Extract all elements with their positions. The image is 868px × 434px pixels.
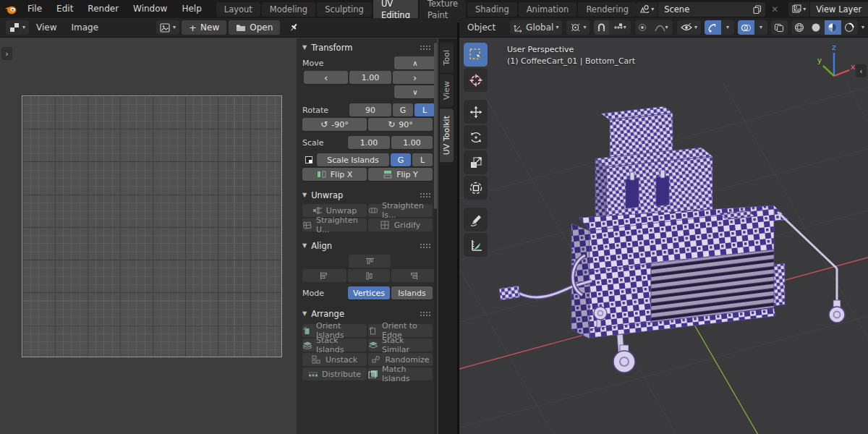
align-center-button[interactable] [348, 269, 390, 282]
gridify-button[interactable]: Gridify [368, 218, 433, 231]
npanel-scrollbar[interactable] [434, 41, 437, 434]
rotate-local-toggle[interactable]: L [414, 103, 435, 116]
shading-rendered-button[interactable] [841, 20, 858, 35]
move-left-button[interactable]: ‹ [304, 71, 348, 84]
scene-copy-icon[interactable] [749, 5, 765, 14]
shading-solid-button[interactable] [808, 20, 825, 35]
tool-annotate[interactable] [464, 208, 488, 231]
flip-y-button[interactable]: Flip Y [368, 168, 433, 181]
open-image-button[interactable]: Open [229, 20, 280, 35]
uv-toolbar-expand-icon[interactable]: › [1, 47, 12, 60]
view-layer-selector[interactable]: ▾ View Layer [788, 2, 868, 17]
panel-transform-header[interactable]: ▼ Transform [302, 40, 433, 55]
object-visibility-dropdown[interactable]: ▾ [677, 20, 701, 35]
scale-islands-button[interactable]: Scale Islands [317, 153, 389, 166]
overlays-dropdown[interactable]: ▾ [754, 20, 767, 35]
blender-logo-icon[interactable] [4, 4, 17, 15]
scale-x-field[interactable]: 1.00 [348, 136, 390, 149]
panel-drag-handle[interactable] [420, 192, 431, 197]
stack-islands-button[interactable]: Stack Islands [302, 339, 367, 352]
tool-select-box[interactable] [464, 43, 488, 67]
editor-type-button[interactable]: ▾ [6, 20, 29, 35]
scale-islands-global-toggle[interactable]: G [391, 153, 411, 166]
view-layer-name[interactable]: View Layer [810, 4, 868, 14]
image-browse-button[interactable]: ▾ [156, 20, 179, 35]
rotate-ccw-button[interactable]: ↺ -90° [302, 118, 367, 131]
unstack-button[interactable]: Unstack [302, 353, 367, 366]
uv-canvas[interactable]: › [0, 38, 297, 434]
show-overlays-toggle[interactable] [738, 20, 754, 35]
scene-selector[interactable]: ▾ Scene [637, 2, 765, 17]
snap-target-dropdown[interactable]: ▾ [609, 20, 631, 35]
npanel-tab-tool[interactable]: Tool [440, 43, 454, 72]
object-menu[interactable]: Object [463, 19, 500, 37]
proportional-edit-toggle[interactable] [635, 20, 650, 35]
straighten-uvs-button[interactable]: Straighten U... [302, 218, 367, 231]
npanel-tab-uv-toolkit[interactable]: UV Toolkit [440, 109, 454, 162]
move-distance-field[interactable]: 1.00 [349, 71, 391, 84]
scale-islands-local-toggle[interactable]: L [412, 153, 433, 166]
panel-drag-handle[interactable] [420, 45, 431, 50]
tab-layout[interactable]: Layout [216, 2, 260, 17]
tool-move[interactable] [464, 100, 488, 124]
gizmos-dropdown[interactable]: ▾ [721, 20, 734, 35]
tool-transform[interactable] [464, 176, 488, 200]
scene-icon[interactable]: ▾ [637, 2, 658, 17]
move-down-button[interactable]: ∨ [394, 85, 436, 98]
distribute-button[interactable]: Distribute [302, 367, 367, 380]
transform-orientation-dropdown[interactable]: Global ▾ [510, 20, 562, 35]
align-right-button[interactable] [391, 269, 435, 282]
menu-window[interactable]: Window [126, 0, 174, 18]
proportional-falloff-dropdown[interactable]: ▾ [650, 20, 673, 35]
tool-measure[interactable] [464, 233, 488, 257]
uv-menu-image[interactable]: Image [64, 19, 106, 37]
panel-drag-handle[interactable] [420, 311, 431, 316]
new-image-button[interactable]: + New [182, 20, 226, 35]
match-islands-button[interactable]: Match Islands [368, 367, 433, 380]
uv-menu-view[interactable]: View [29, 19, 64, 37]
scale-y-field[interactable]: 1.00 [391, 136, 433, 149]
view-layer-icon[interactable]: ▾ [788, 2, 810, 17]
scene-unlink-icon[interactable]: ✕ [767, 4, 783, 14]
scale-islands-icon[interactable] [302, 153, 315, 166]
tab-shading[interactable]: Shading [467, 2, 517, 17]
menu-file[interactable]: File [20, 0, 49, 18]
rotate-cw-button[interactable]: ↻ 90° [368, 118, 433, 131]
tab-modeling[interactable]: Modeling [262, 2, 315, 17]
panel-drag-handle[interactable] [420, 243, 431, 248]
menu-render[interactable]: Render [80, 0, 126, 18]
xray-toggle[interactable] [771, 20, 788, 35]
shading-dropdown[interactable]: ▾ [861, 25, 864, 30]
pivot-point-dropdown[interactable]: ▾ [566, 20, 590, 35]
panel-unwrap-header[interactable]: ▼ Unwrap [302, 187, 433, 203]
align-middle-button[interactable] [349, 255, 391, 268]
viewport-canvas[interactable]: User Perspective (1) CoffeeCart_01 | Bot… [459, 38, 868, 434]
rotate-angle-field[interactable]: 90 [349, 103, 391, 116]
shading-material-button[interactable] [825, 20, 841, 35]
align-left-button[interactable] [302, 269, 346, 282]
panel-arrange-header[interactable]: ▼ Arrange [302, 306, 433, 321]
shading-wireframe-button[interactable] [791, 20, 808, 35]
menu-edit[interactable]: Edit [49, 0, 80, 18]
rotate-global-toggle[interactable]: G [393, 103, 413, 116]
navigation-axis-gizmo[interactable]: z x y [814, 43, 855, 89]
pin-icon[interactable] [289, 22, 299, 33]
snap-toggle[interactable] [594, 20, 608, 35]
tab-sculpting[interactable]: Sculpting [317, 2, 372, 17]
tool-cursor[interactable] [464, 68, 488, 92]
npanel-tab-view[interactable]: View [440, 74, 454, 107]
align-mode-vertices[interactable]: Vertices [348, 286, 390, 299]
show-gizmo-toggle[interactable] [705, 20, 721, 35]
move-up-button[interactable]: ∧ [394, 56, 436, 69]
uv-grid[interactable] [22, 95, 282, 357]
sidebar-collapse-icon[interactable]: ‹ [856, 64, 867, 77]
straighten-islands-button[interactable]: Straighten Is... [368, 204, 433, 217]
tab-rendering[interactable]: Rendering [578, 2, 637, 17]
align-mode-islands[interactable]: Islands [391, 286, 433, 299]
tool-scale[interactable] [464, 150, 488, 174]
tool-rotate[interactable] [464, 125, 488, 149]
panel-align-header[interactable]: ▼ Align [302, 238, 433, 253]
scene-name[interactable]: Scene [658, 4, 749, 14]
move-right-button[interactable]: › [393, 71, 437, 84]
menu-help[interactable]: Help [174, 0, 208, 18]
